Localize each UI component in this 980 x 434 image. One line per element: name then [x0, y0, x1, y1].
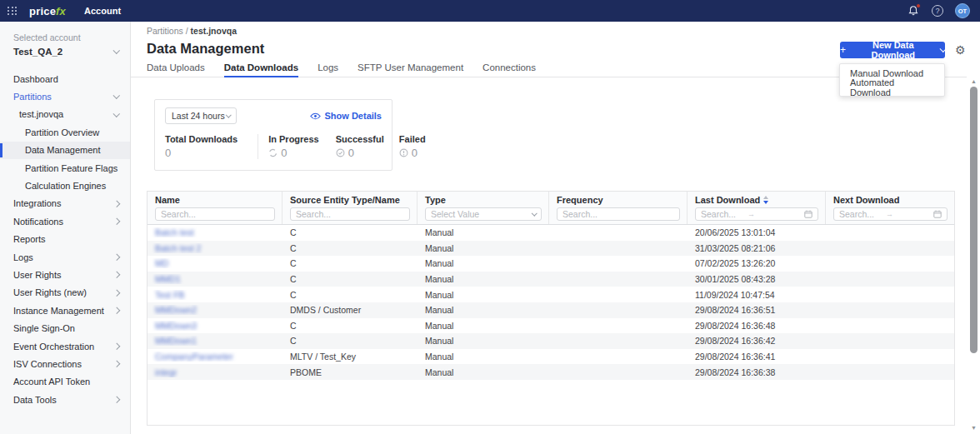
pricefx-logo[interactable]: pricefx: [29, 5, 66, 17]
sidebar-item-data-tools[interactable]: Data Tools: [0, 391, 130, 408]
sidebar-item-event-orchestration[interactable]: Event Orchestration: [0, 337, 130, 355]
download-name-link[interactable]: MMD1: [155, 274, 181, 284]
download-name-link[interactable]: MMDown1: [155, 336, 197, 346]
download-name-link[interactable]: Test FB: [155, 290, 185, 300]
download-name-link[interactable]: CompanyParameter: [155, 352, 233, 362]
table-row: MMD1CManual30/01/2025 08:43:28: [148, 272, 954, 287]
tab-sftp-user-management[interactable]: SFTP User Management: [358, 62, 463, 77]
stat-in-progress: In Progress 0: [258, 134, 329, 159]
apps-grid-icon[interactable]: [8, 7, 18, 15]
download-name-link[interactable]: integr: [155, 367, 177, 377]
show-details-link[interactable]: Show Details: [310, 111, 382, 121]
sidebar-item-user-rights[interactable]: User Rights: [0, 266, 130, 283]
sidebar-item-logs[interactable]: Logs: [0, 248, 130, 266]
stat-value: 0: [348, 147, 354, 159]
table-row: Batch testCManual20/06/2025 13:01:04: [148, 225, 954, 241]
sidebar-item-single-sign-on[interactable]: Single Sign-On: [0, 319, 130, 337]
stat-label: Total Downloads: [165, 134, 238, 144]
sidebar-item-reports[interactable]: Reports: [0, 231, 130, 248]
table-row: Test FBCManual11/09/2024 10:47:54: [148, 287, 954, 302]
sidebar-item-calculation-engines[interactable]: Calculation Engines: [0, 177, 130, 194]
account-selector[interactable]: Test_QA_2: [13, 47, 118, 57]
frequency-filter-input[interactable]: [557, 207, 680, 221]
type-cell: Manual: [418, 336, 549, 346]
sidebar-item-partitions[interactable]: Partitions: [0, 87, 130, 105]
help-icon[interactable]: ?: [932, 5, 943, 17]
sidebar-item-instance-management[interactable]: Instance Management: [0, 302, 130, 319]
downloads-table: Name Source Entity Type/Name Type Select…: [147, 191, 955, 426]
type-filter-select[interactable]: Select Value: [425, 207, 542, 221]
name-filter-input[interactable]: [155, 207, 275, 221]
tab-logs[interactable]: Logs: [318, 62, 338, 77]
last-download-cell: 29/08/2024 16:36:38: [688, 367, 826, 377]
download-name-link[interactable]: MD: [155, 258, 168, 268]
eye-icon: [310, 112, 321, 120]
type-cell: Manual: [418, 367, 549, 377]
scrollbar-thumb[interactable]: [970, 87, 978, 353]
scroll-down-arrow[interactable]: ▼: [968, 424, 979, 432]
source-cell: C: [282, 227, 418, 237]
scroll-up-arrow[interactable]: ▲: [968, 77, 979, 86]
sidebar-item-user-rights-new[interactable]: User Rights (new): [0, 284, 130, 302]
sidebar-item-isv-connections[interactable]: ISV Connections: [0, 355, 130, 372]
downloads-stats-card: Last 24 hours Show Details Total Downloa…: [154, 99, 392, 171]
chevron-down-icon: [939, 46, 946, 52]
sidebar-item-dashboard[interactable]: Dashboard: [0, 70, 130, 87]
source-cell: C: [282, 336, 418, 346]
source-cell: C: [282, 258, 418, 268]
download-name-link[interactable]: Batch test 2: [155, 243, 201, 253]
table-row: MMDown1CManual29/08/2024 16:36:42: [148, 333, 954, 349]
logo-price: price: [29, 5, 56, 17]
sidebar-item-notifications[interactable]: Notifications: [0, 212, 130, 230]
type-cell: Manual: [418, 290, 549, 300]
source-cell: C: [282, 274, 418, 284]
type-cell: Manual: [418, 227, 549, 237]
user-avatar[interactable]: OT: [955, 3, 970, 18]
download-name-link[interactable]: MMDown3: [155, 321, 197, 331]
tab-data-uploads[interactable]: Data Uploads: [147, 62, 205, 77]
time-range-select[interactable]: Last 24 hours: [165, 107, 237, 124]
sidebar-item-label: Partition Overview: [25, 127, 99, 137]
tab-data-downloads[interactable]: Data Downloads: [224, 62, 298, 77]
download-name-link[interactable]: Batch test: [155, 227, 194, 237]
stat-value: 0: [412, 147, 418, 159]
last-download-cell: 20/06/2025 13:01:04: [688, 227, 826, 237]
tab-connections[interactable]: Connections: [482, 62, 536, 77]
chevron-right-icon: [112, 272, 119, 278]
date-placeholder: Search...: [839, 209, 874, 219]
sidebar-item-partition-overview[interactable]: Partition Overview: [0, 123, 130, 141]
gear-icon[interactable]: ⚙: [955, 42, 966, 57]
last-download-filter[interactable]: Search... →: [695, 207, 818, 221]
menu-item-automated-download[interactable]: Automated Download: [840, 80, 944, 94]
breadcrumb-root[interactable]: Partitions: [147, 26, 183, 36]
vertical-scrollbar[interactable]: ▲ ▼: [968, 77, 979, 432]
sidebar-item-integrations[interactable]: Integrations: [0, 195, 130, 212]
column-type: Type Select Value: [418, 192, 549, 224]
download-name-link[interactable]: MMDown2: [155, 305, 197, 315]
table-row: MMDown3CManual29/08/2024 16:36:48: [148, 318, 954, 334]
chevron-down-icon: [112, 47, 119, 54]
selected-account-label: Selected account: [13, 32, 118, 42]
sidebar-item-account-api-token[interactable]: Account API Token: [0, 373, 130, 391]
sidebar-item-data-management[interactable]: Data Management: [0, 142, 130, 159]
chevron-right-icon: [112, 397, 119, 403]
notifications-bell-icon[interactable]: [908, 5, 920, 17]
sort-icon[interactable]: [763, 196, 768, 204]
source-filter-input[interactable]: [290, 207, 410, 221]
sidebar-item-label: Account API Token: [13, 377, 90, 387]
column-label: Type: [425, 194, 542, 206]
table-row: integrPBOMEManual29/08/2024 16:36:38: [148, 364, 954, 380]
column-source-entity: Source Entity Type/Name: [282, 192, 418, 224]
table-row: MDCManual07/02/2025 13:26:20: [148, 256, 954, 272]
last-download-cell: 29/08/2024 16:36:51: [688, 305, 826, 315]
source-cell: C: [282, 321, 418, 331]
sidebar-item-partition-feature-flags[interactable]: Partition Feature Flags: [0, 159, 130, 177]
sidebar-item-label: Partitions: [13, 92, 52, 102]
last-download-cell: 29/08/2024 16:36:48: [688, 321, 826, 331]
last-download-cell: 31/03/2025 08:21:06: [688, 243, 826, 253]
next-download-filter[interactable]: Search... →: [833, 207, 948, 221]
new-data-download-button[interactable]: + New Data Download: [840, 42, 945, 58]
sidebar-item-partition-name[interactable]: test.jnovqa: [0, 106, 130, 123]
breadcrumb-separator: /: [183, 26, 191, 36]
new-download-dropdown-menu: Manual Download Automated Download: [839, 63, 945, 97]
